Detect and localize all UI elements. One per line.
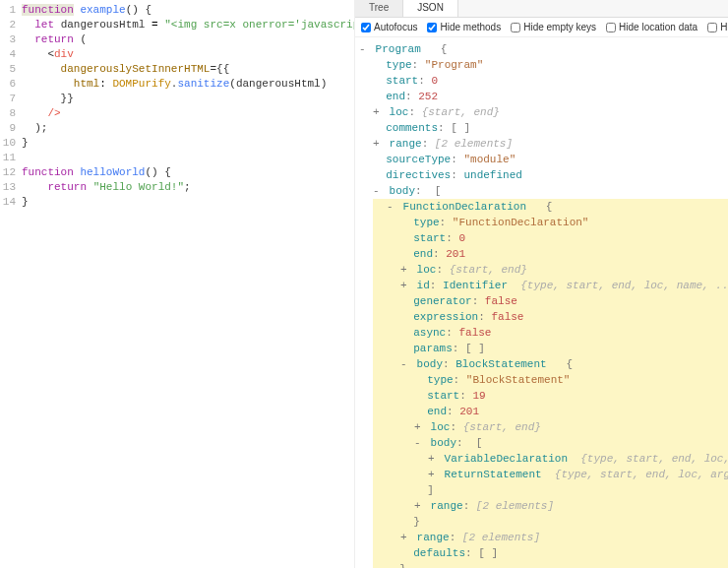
node-key[interactable]: generator	[413, 295, 471, 307]
option-label: Hide empty keys	[523, 22, 596, 32]
editor-line[interactable]: 10}	[0, 136, 354, 151]
editor-line[interactable]: 9 );	[0, 121, 354, 136]
toggle-icon[interactable]: +	[414, 498, 424, 514]
node-value: "FunctionDeclaration"	[453, 217, 589, 228]
option-hide-location-data[interactable]: Hide location data	[606, 22, 698, 32]
code-content[interactable]	[22, 151, 354, 165]
node-key[interactable]: loc	[431, 421, 451, 433]
option-checkbox[interactable]	[606, 23, 616, 32]
line-number: 8	[0, 106, 22, 121]
toggle-icon[interactable]: +	[400, 262, 410, 278]
option-hide-type-keys[interactable]: Hide type keys	[707, 22, 728, 32]
node-key[interactable]: start	[413, 232, 446, 244]
node-key[interactable]: range	[390, 138, 422, 150]
node-key[interactable]: directives	[386, 169, 451, 181]
node-value: 252	[418, 91, 438, 102]
node-link[interactable]: ReturnStatement	[445, 469, 542, 480]
code-content[interactable]: function example() {	[22, 3, 354, 18]
editor-line[interactable]: 14}	[0, 195, 354, 210]
toggle-icon[interactable]: -	[414, 435, 424, 451]
node-key[interactable]: defaults	[413, 547, 465, 559]
option-autofocus[interactable]: Autofocus	[361, 22, 417, 32]
editor-line[interactable]: 5 dangerouslySetInnerHTML={{	[0, 62, 354, 77]
code-content[interactable]: />	[22, 106, 354, 121]
node-key[interactable]: start	[386, 75, 418, 87]
code-content[interactable]: }	[22, 136, 354, 151]
ast-tree[interactable]: - Program { type: "Program" start: 0 end…	[355, 37, 728, 568]
editor-line[interactable]: 12function helloWorld() {	[0, 165, 354, 180]
code-content[interactable]: );	[22, 121, 354, 136]
node-summary: [2 elements]	[435, 138, 513, 150]
option-hide-empty-keys[interactable]: Hide empty keys	[511, 22, 596, 32]
option-checkbox[interactable]	[361, 23, 371, 32]
node-key[interactable]: loc	[417, 264, 437, 276]
node-key[interactable]: end	[386, 91, 405, 102]
editor-line[interactable]: 11	[0, 151, 354, 165]
editor-line[interactable]: 8 />	[0, 106, 354, 121]
tab-json[interactable]: JSON	[403, 0, 458, 17]
node-key[interactable]: range	[431, 500, 463, 512]
node-key[interactable]: type	[386, 59, 411, 71]
node-link[interactable]: Identifier	[443, 280, 508, 291]
editor-line[interactable]: 4 <div	[0, 47, 354, 62]
toggle-icon[interactable]: +	[428, 467, 438, 482]
node-key[interactable]: sourceType	[386, 154, 451, 165]
node-value: undefined	[463, 169, 521, 181]
node-key[interactable]: Program	[376, 43, 421, 55]
node-summary: {type, start, end, loc, name, ... +1}	[520, 280, 728, 291]
editor-line[interactable]: 13 return "Hello World!";	[0, 180, 354, 195]
code-content[interactable]: }}	[22, 92, 354, 106]
node-link[interactable]: VariableDeclaration	[445, 453, 568, 465]
option-checkbox[interactable]	[707, 23, 717, 32]
node-value: false	[491, 311, 523, 323]
node-key[interactable]: body	[390, 185, 415, 197]
code-content[interactable]: return "Hello World!";	[22, 180, 354, 195]
option-label: Hide methods	[440, 22, 501, 32]
editor-line[interactable]: 1function example() {	[0, 3, 354, 18]
node-key[interactable]: end	[427, 406, 447, 417]
code-editor[interactable]: 1function example() {2 let dangerousHtml…	[0, 0, 354, 568]
code-content[interactable]: html: DOMPurify.sanitize(dangerousHtml)	[22, 77, 354, 92]
tab-tree[interactable]: Tree	[355, 0, 403, 17]
toggle-icon[interactable]: +	[428, 451, 438, 467]
editor-line[interactable]: 6 html: DOMPurify.sanitize(dangerousHtml…	[0, 77, 354, 92]
code-content[interactable]: dangerouslySetInnerHTML={{	[22, 62, 354, 77]
node-value: 201	[446, 248, 465, 260]
code-content[interactable]: let dangerousHtml = "<img src=x onerror=…	[22, 18, 354, 32]
editor-line[interactable]: 2 let dangerousHtml = "<img src=x onerro…	[0, 18, 354, 32]
code-content[interactable]: function helloWorld() {	[22, 165, 354, 180]
node-key[interactable]: type	[413, 217, 439, 228]
node-key[interactable]: expression	[413, 311, 478, 323]
node-key[interactable]: id	[417, 280, 430, 291]
node-key[interactable]: body	[417, 358, 443, 370]
node-key[interactable]: end	[413, 248, 433, 260]
node-key[interactable]: type	[427, 374, 453, 386]
toggle-icon[interactable]: -	[387, 199, 396, 215]
toggle-icon[interactable]: +	[400, 530, 410, 545]
node-value: false	[485, 295, 517, 307]
node-key[interactable]: FunctionDeclaration	[403, 201, 526, 213]
node-key[interactable]: body	[431, 437, 456, 449]
code-content[interactable]: }	[22, 195, 354, 210]
code-content[interactable]: <div	[22, 47, 354, 62]
toggle-icon[interactable]: -	[373, 183, 383, 199]
toggle-icon[interactable]: +	[414, 419, 424, 435]
toggle-icon[interactable]: +	[373, 136, 383, 152]
toggle-icon[interactable]: +	[373, 104, 383, 120]
node-key[interactable]: params	[413, 343, 453, 354]
editor-line[interactable]: 3 return (	[0, 32, 354, 47]
node-key[interactable]: comments	[386, 122, 438, 134]
node-key[interactable]: range	[417, 532, 450, 543]
toggle-icon[interactable]: -	[400, 356, 410, 372]
node-link[interactable]: BlockStatement	[455, 358, 546, 370]
node-key[interactable]: start	[427, 390, 459, 402]
toggle-icon[interactable]: -	[359, 41, 369, 57]
toggle-icon[interactable]: +	[400, 278, 410, 293]
node-key[interactable]: loc	[390, 106, 409, 118]
option-hide-methods[interactable]: Hide methods	[427, 22, 501, 32]
editor-line[interactable]: 7 }}	[0, 92, 354, 106]
node-key[interactable]: async	[413, 327, 446, 339]
option-checkbox[interactable]	[427, 23, 437, 32]
code-content[interactable]: return (	[22, 32, 354, 47]
option-checkbox[interactable]	[511, 23, 520, 32]
